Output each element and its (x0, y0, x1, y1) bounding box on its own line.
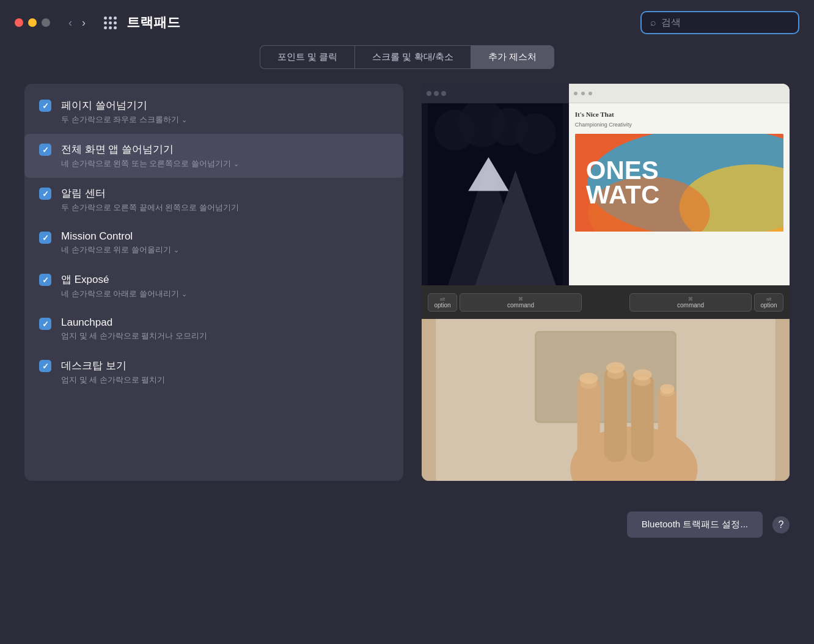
nav-arrows: ‹ › (65, 15, 89, 31)
bottom-bar: Bluetooth 트랙패드 설정... ? (0, 499, 814, 544)
checkmark-icon: ✓ (42, 362, 49, 371)
notification-checkbox[interactable]: ✓ (39, 188, 51, 200)
dropdown-arrow-icon[interactable]: ⌄ (182, 290, 187, 298)
toolbar-dot (581, 92, 585, 95)
toolbar-dot (427, 91, 431, 96)
toolbar-dot (441, 91, 446, 96)
checkmark-icon: ✓ (42, 276, 49, 285)
content-area: ✓ 페이지 쓸어넘기기 두 손가락으로 좌우로 스크롤하기 ⌄ ✓ 전체 화면 … (24, 84, 790, 481)
browser-left-panel (422, 84, 569, 285)
browser-right-panel: It's Nice That Championing Creativity (569, 84, 790, 285)
minimize-button[interactable] (28, 18, 37, 27)
list-item: ✓ 페이지 쓸어넘기기 두 손가락으로 좌우로 스크롤하기 ⌄ (24, 90, 403, 134)
colorful-banner: ONESWATC (575, 134, 783, 232)
checkmark-icon: ✓ (42, 101, 49, 111)
svg-point-28 (660, 384, 674, 393)
browser-toolbar-left (422, 84, 569, 103)
fullscreen-swipe-checkbox[interactable]: ✓ (39, 144, 51, 156)
app-expose-checkbox[interactable]: ✓ (39, 274, 51, 286)
notification-desc: 두 손가락으로 오른쪽 끝에서 왼쪽으로 쓸어넘기기 (61, 202, 389, 213)
svg-rect-18 (604, 367, 627, 462)
browser-content-area: It's Nice That Championing Creativity (569, 103, 790, 285)
mission-control-checkbox[interactable]: ✓ (39, 232, 51, 244)
option-key-left: alt option (428, 293, 457, 312)
page-title: 트랙패드 (127, 13, 631, 32)
traffic-lights (15, 18, 50, 27)
svg-rect-19 (631, 373, 654, 462)
tab-scroll-zoom[interactable]: 스크롤 및 확대/축소 (354, 45, 471, 69)
desktop-view-desc: 엄지 및 세 손가락으로 펼치기 (61, 375, 389, 386)
toolbar-dot (574, 92, 578, 95)
mission-control-title: Mission Control (61, 230, 389, 243)
fullscreen-swipe-desc: 네 손가락으로 왼쪽 또는 오른쪽으로 쓸어넘기기 ⌄ (61, 158, 389, 169)
desktop-view-checkbox[interactable]: ✓ (39, 360, 51, 372)
list-item: ✓ Launchpad 엄지 및 세 손가락으로 펼치거나 오므리기 (24, 308, 403, 350)
preview-panel: It's Nice That Championing Creativity (422, 84, 790, 481)
app-grid-icon[interactable] (104, 16, 117, 29)
page-swipe-desc: 두 손가락으로 좌우로 스크롤하기 ⌄ (61, 114, 389, 125)
dropdown-arrow-icon[interactable]: ⌄ (174, 246, 179, 254)
trackpad-area (422, 319, 790, 481)
browser-image-area (422, 103, 569, 285)
right-key-group: ⌘ command alt option (629, 293, 783, 312)
keyboard-strip: alt option ⌘ command ⌘ command alt (422, 285, 790, 319)
close-button[interactable] (15, 18, 23, 27)
tab-point-click[interactable]: 포인트 및 클릭 (260, 45, 354, 69)
site-subtitle: Championing Creativity (575, 122, 783, 128)
desktop-view-title: 데스크탑 보기 (61, 359, 389, 373)
help-button[interactable]: ? (772, 516, 790, 533)
page-swipe-text: 페이지 쓸어넘기기 두 손가락으로 좌우로 스크롤하기 ⌄ (61, 98, 389, 125)
toolbar-dot (588, 92, 592, 95)
settings-panel: ✓ 페이지 쓸어넘기기 두 손가락으로 좌우로 스크롤하기 ⌄ ✓ 전체 화면 … (24, 84, 403, 481)
list-item: ✓ 앱 Exposé 네 손가락으로 아래로 쓸어내리기 ⌄ (24, 264, 403, 308)
mission-control-text: Mission Control 네 손가락으로 위로 쓸어올리기 ⌄ (61, 230, 389, 255)
launchpad-title: Launchpad (61, 317, 389, 329)
fullscreen-swipe-text: 전체 화면 앱 쓸어넘기기 네 손가락으로 왼쪽 또는 오른쪽으로 쓸어넘기기 … (61, 142, 389, 169)
dropdown-arrow-icon[interactable]: ⌄ (233, 160, 239, 168)
svg-rect-20 (658, 387, 676, 465)
dropdown-arrow-icon[interactable]: ⌄ (182, 116, 187, 124)
page-swipe-title: 페이지 쓸어넘기기 (61, 98, 389, 112)
search-icon: ⌕ (650, 17, 656, 28)
search-input[interactable] (661, 17, 790, 28)
desktop-view-text: 데스크탑 보기 엄지 및 세 손가락으로 펼치기 (61, 359, 389, 386)
tabs-bar: 포인트 및 클릭 스크롤 및 확대/축소 추가 제스처 (24, 45, 790, 69)
launchpad-checkbox[interactable]: ✓ (39, 318, 51, 330)
svg-point-25 (579, 373, 598, 384)
page-swipe-checkbox[interactable]: ✓ (39, 100, 51, 112)
titlebar: ‹ › 트랙패드 ⌕ (0, 0, 814, 45)
app-expose-title: 앱 Exposé (61, 273, 389, 287)
zoom-button[interactable] (42, 18, 50, 27)
tab-more-gestures[interactable]: 추가 제스처 (471, 45, 554, 69)
main-content: 포인트 및 클릭 스크롤 및 확대/축소 추가 제스처 ✓ 페이지 쓸어넘기기 … (0, 45, 814, 499)
notification-title: 알림 센터 (61, 186, 389, 200)
mission-control-desc: 네 손가락으로 위로 쓸어올리기 ⌄ (61, 244, 389, 255)
list-item: ✓ 알림 센터 두 손가락으로 오른쪽 끝에서 왼쪽으로 쓸어넘기기 (24, 178, 403, 222)
checkmark-icon: ✓ (42, 320, 49, 329)
notification-text: 알림 센터 두 손가락으로 오른쪽 끝에서 왼쪽으로 쓸어넘기기 (61, 186, 389, 213)
back-arrow[interactable]: ‹ (65, 15, 76, 31)
command-key-right: ⌘ command (629, 293, 752, 312)
forward-arrow[interactable]: › (78, 15, 89, 31)
toolbar-dot (434, 91, 439, 96)
list-item: ✓ 데스크탑 보기 엄지 및 세 손가락으로 펼치기 (24, 350, 403, 394)
search-bar[interactable]: ⌕ (640, 11, 799, 34)
launchpad-text: Launchpad 엄지 및 세 손가락으로 펼치거나 오므리기 (61, 317, 389, 342)
svg-point-7 (516, 114, 556, 154)
left-key-group: alt option ⌘ command (428, 293, 582, 312)
command-key-left: ⌘ command (460, 293, 582, 312)
list-item: ✓ 전체 화면 앱 쓸어넘기기 네 손가락으로 왼쪽 또는 오른쪽으로 쓸어넘기… (24, 134, 403, 178)
checkmark-icon: ✓ (42, 233, 49, 243)
app-expose-desc: 네 손가락으로 아래로 쓸어내리기 ⌄ (61, 288, 389, 299)
svg-point-27 (633, 369, 651, 381)
app-expose-text: 앱 Exposé 네 손가락으로 아래로 쓸어내리기 ⌄ (61, 273, 389, 299)
browser-mockup: It's Nice That Championing Creativity (422, 84, 790, 285)
bluetooth-settings-button[interactable]: Bluetooth 트랙패드 설정... (627, 511, 763, 538)
fullscreen-swipe-title: 전체 화면 앱 쓸어넘기기 (61, 142, 389, 156)
browser-preview: It's Nice That Championing Creativity (422, 84, 790, 285)
colorful-text: ONESWATC (581, 158, 660, 207)
site-header: It's Nice That (575, 111, 783, 118)
browser-toolbar-right (569, 84, 790, 103)
checkmark-icon: ✓ (42, 145, 49, 155)
checkmark-icon: ✓ (42, 189, 49, 199)
